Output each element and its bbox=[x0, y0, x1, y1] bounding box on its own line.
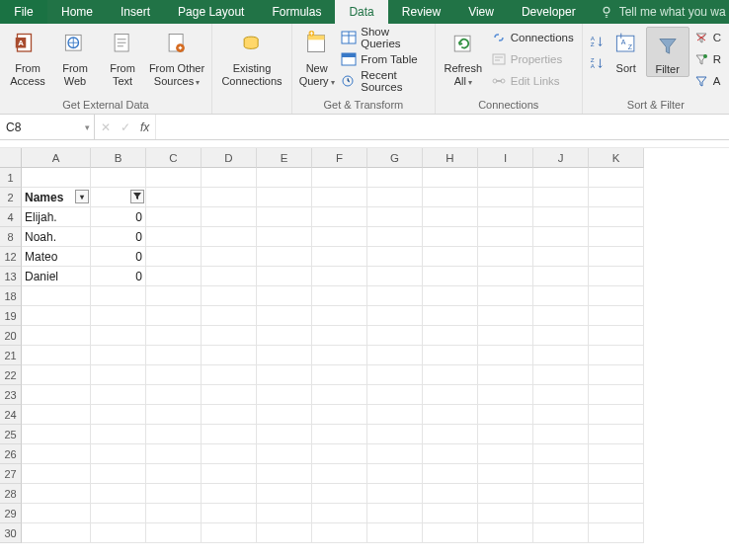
chevron-down-icon[interactable]: ▾ bbox=[85, 122, 90, 132]
cell[interactable] bbox=[478, 365, 533, 385]
cell[interactable] bbox=[589, 444, 644, 464]
cell[interactable] bbox=[202, 207, 257, 227]
cell[interactable] bbox=[257, 267, 312, 286]
col-header-B[interactable]: B bbox=[91, 148, 146, 168]
cell[interactable] bbox=[22, 385, 91, 405]
row-header-24[interactable]: 24 bbox=[0, 405, 22, 425]
row-header-2[interactable]: 2 bbox=[0, 188, 22, 207]
cell[interactable] bbox=[202, 444, 257, 464]
cell[interactable]: 0 bbox=[91, 207, 146, 227]
row-header-30[interactable]: 30 bbox=[0, 523, 22, 543]
show-queries-button[interactable]: Show Queries bbox=[337, 27, 430, 48]
cell[interactable] bbox=[478, 504, 533, 523]
cell[interactable]: Noah. bbox=[22, 227, 91, 247]
col-header-D[interactable]: D bbox=[202, 148, 257, 168]
row-header-23[interactable]: 23 bbox=[0, 385, 22, 405]
cell[interactable] bbox=[146, 286, 202, 306]
cell[interactable] bbox=[22, 306, 91, 326]
cell[interactable] bbox=[533, 267, 589, 286]
cell[interactable] bbox=[589, 523, 644, 543]
cell[interactable] bbox=[533, 365, 589, 385]
cell[interactable] bbox=[146, 168, 202, 188]
cell[interactable] bbox=[312, 365, 367, 385]
cell[interactable]: 0 bbox=[91, 227, 146, 247]
cell[interactable] bbox=[202, 484, 257, 504]
cell[interactable] bbox=[257, 168, 312, 188]
cell[interactable] bbox=[367, 385, 423, 405]
row-header-19[interactable]: 19 bbox=[0, 306, 22, 326]
from-other-sources-button[interactable]: From Other Sources▾ bbox=[146, 27, 207, 87]
cell[interactable] bbox=[257, 444, 312, 464]
cell[interactable] bbox=[367, 306, 423, 326]
row-header-27[interactable]: 27 bbox=[0, 464, 22, 484]
cell[interactable] bbox=[533, 247, 589, 267]
cell[interactable] bbox=[312, 188, 367, 207]
cell[interactable] bbox=[533, 168, 589, 188]
cell[interactable] bbox=[312, 484, 367, 504]
col-header-K[interactable]: K bbox=[589, 148, 644, 168]
cell[interactable] bbox=[367, 326, 423, 346]
cell[interactable] bbox=[533, 444, 589, 464]
cell[interactable] bbox=[312, 207, 367, 227]
tab-file[interactable]: File bbox=[0, 0, 47, 24]
cell[interactable] bbox=[312, 168, 367, 188]
cell[interactable] bbox=[202, 425, 257, 444]
cell[interactable] bbox=[312, 267, 367, 286]
cell[interactable] bbox=[91, 484, 146, 504]
col-header-I[interactable]: I bbox=[478, 148, 533, 168]
cell[interactable] bbox=[367, 188, 423, 207]
cell[interactable] bbox=[22, 168, 91, 188]
cell[interactable] bbox=[312, 247, 367, 267]
row-header-13[interactable]: 13 bbox=[0, 267, 22, 286]
cell[interactable] bbox=[367, 444, 423, 464]
sort-desc-button[interactable]: ZA bbox=[587, 52, 607, 74]
cell[interactable] bbox=[478, 464, 533, 484]
cell[interactable] bbox=[257, 484, 312, 504]
cell[interactable] bbox=[257, 405, 312, 425]
cell[interactable] bbox=[146, 365, 202, 385]
cell[interactable] bbox=[367, 247, 423, 267]
tab-page-layout[interactable]: Page Layout bbox=[164, 0, 258, 24]
cell[interactable] bbox=[257, 385, 312, 405]
cell[interactable] bbox=[146, 385, 202, 405]
row-header-21[interactable]: 21 bbox=[0, 346, 22, 365]
cell[interactable] bbox=[478, 484, 533, 504]
cell[interactable] bbox=[423, 464, 478, 484]
cell[interactable] bbox=[202, 464, 257, 484]
cell[interactable] bbox=[202, 247, 257, 267]
cell[interactable] bbox=[367, 425, 423, 444]
col-header-C[interactable]: C bbox=[146, 148, 202, 168]
cell[interactable] bbox=[478, 247, 533, 267]
cell[interactable] bbox=[533, 385, 589, 405]
cell[interactable] bbox=[22, 444, 91, 464]
cell[interactable] bbox=[589, 405, 644, 425]
cell[interactable] bbox=[257, 425, 312, 444]
row-header-20[interactable]: 20 bbox=[0, 326, 22, 346]
tab-insert[interactable]: Insert bbox=[107, 0, 164, 24]
row-header-25[interactable]: 25 bbox=[0, 425, 22, 444]
cell[interactable]: Daniel bbox=[22, 267, 91, 286]
cell[interactable] bbox=[589, 484, 644, 504]
cell[interactable] bbox=[257, 306, 312, 326]
col-header-G[interactable]: G bbox=[367, 148, 423, 168]
cell[interactable] bbox=[202, 346, 257, 365]
cell[interactable] bbox=[146, 405, 202, 425]
cell[interactable] bbox=[202, 523, 257, 543]
connections-button[interactable]: Connections bbox=[487, 27, 578, 48]
formula-input[interactable] bbox=[156, 115, 729, 139]
cell[interactable] bbox=[146, 523, 202, 543]
refresh-all-button[interactable]: Refresh All▾ bbox=[440, 27, 487, 87]
tab-developer[interactable]: Developer bbox=[508, 0, 590, 24]
cell[interactable] bbox=[533, 326, 589, 346]
cell[interactable] bbox=[146, 504, 202, 523]
cell[interactable] bbox=[589, 207, 644, 227]
cell[interactable] bbox=[423, 365, 478, 385]
cell[interactable] bbox=[91, 523, 146, 543]
cell[interactable] bbox=[22, 504, 91, 523]
cell[interactable] bbox=[533, 346, 589, 365]
cell[interactable] bbox=[257, 326, 312, 346]
cell[interactable] bbox=[257, 188, 312, 207]
cell[interactable] bbox=[312, 464, 367, 484]
filter-dropdown-icon[interactable]: ▾ bbox=[75, 190, 89, 203]
cell[interactable] bbox=[478, 267, 533, 286]
